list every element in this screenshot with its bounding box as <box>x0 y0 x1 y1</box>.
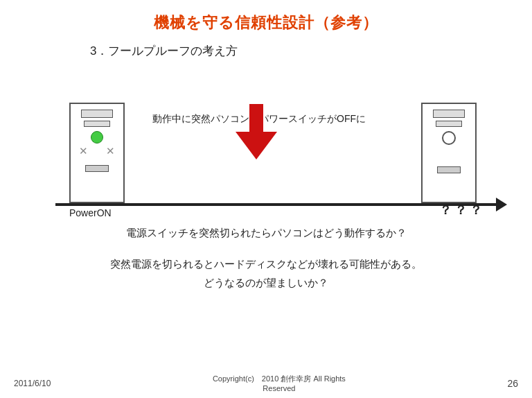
timeline-arrow <box>55 203 497 206</box>
computer-slot-top <box>81 110 113 118</box>
x-mark-left: ✕ <box>79 145 88 157</box>
slide: 機械を守る信頼性設計（参考） 3．フールプルーフの考え方 動作中に突然パソコンの… <box>0 0 532 398</box>
footer-date: 2011/6/10 <box>14 379 51 388</box>
body-text-2-line1: 突然電源を切られるとハードディスクなどが壊れる可能性がある。 <box>0 254 532 273</box>
computer-power-light <box>91 131 103 144</box>
slide-subtitle: 3．フールプルーフの考え方 <box>0 43 532 59</box>
diagram-area: 動作中に突然パソコンのパワースイッチがOFFに ✕ ✕ <box>0 66 532 218</box>
computer-btn-r <box>437 166 461 173</box>
computer-slot-top-r <box>433 110 465 118</box>
label-poweron: PowerON <box>69 207 112 218</box>
copyright-line2: Reserved <box>213 384 346 392</box>
computer-slot-mid <box>84 121 110 127</box>
footer-copyright: Copyright(c) 2010 創作幸房 All Rights Reserv… <box>213 374 346 392</box>
body-text-1: 電源スイッチを突然切られたらパソコンはどう動作するか？ <box>0 224 532 242</box>
footer-page: 26 <box>507 378 518 389</box>
x-mark-right: ✕ <box>106 145 115 157</box>
computer-slot-mid-r <box>436 121 462 127</box>
slide-title: 機械を守る信頼性設計（参考） <box>0 0 532 33</box>
computer-btn <box>85 165 109 172</box>
computer-right <box>421 103 477 203</box>
body-text-2: 突然電源を切られるとハードディスクなどが壊れる可能性がある。 どうなるのが望まし… <box>0 254 532 292</box>
body-text-2-line2: どうなるのが望ましいか？ <box>0 273 532 292</box>
computer-circle-light <box>442 131 456 145</box>
footer: 2011/6/10 Copyright(c) 2010 創作幸房 All Rig… <box>0 374 532 392</box>
copyright-line1: Copyright(c) 2010 創作幸房 All Rights <box>213 374 346 384</box>
down-arrow-icon <box>236 104 277 162</box>
label-question: ？？？ <box>439 202 485 218</box>
svg-marker-0 <box>236 104 277 159</box>
computer-left: ✕ ✕ <box>69 103 125 203</box>
